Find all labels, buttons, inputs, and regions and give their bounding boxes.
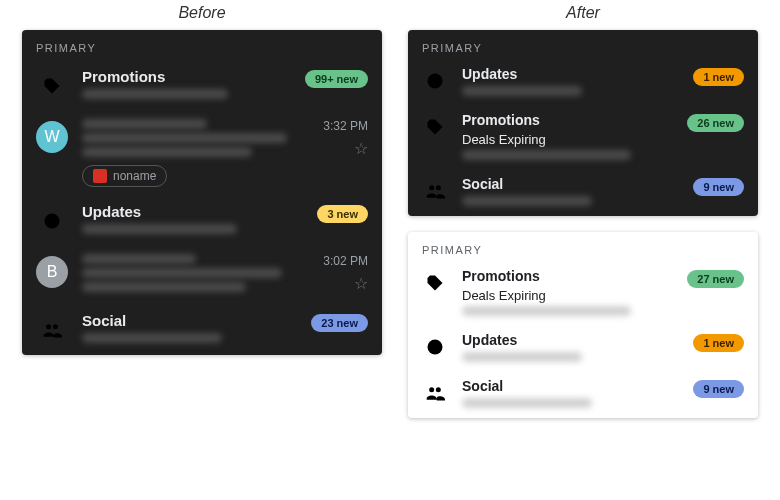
redacted-sender [82, 254, 196, 264]
redacted-text [462, 196, 592, 206]
category-title: Promotions [82, 68, 291, 85]
redacted-text [82, 333, 222, 343]
info-icon [422, 334, 448, 360]
redacted-text [82, 89, 228, 99]
email-row[interactable]: B 3:02 PM ☆ [22, 246, 382, 304]
category-row-updates[interactable]: Updates 3 new [22, 195, 382, 246]
image-icon [93, 169, 107, 183]
tag-icon [422, 270, 448, 296]
people-icon [422, 178, 448, 204]
star-icon[interactable]: ☆ [354, 274, 368, 293]
new-count-badge: 1 new [693, 68, 744, 86]
redacted-snippet [82, 147, 252, 157]
redacted-text [462, 398, 592, 408]
after-label: After [408, 4, 758, 22]
category-row-promotions[interactable]: Promotions Deals Expiring 27 new [408, 262, 758, 326]
attachment-chip[interactable]: noname [82, 165, 167, 187]
redacted-sender [82, 119, 207, 129]
email-time: 3:32 PM [323, 119, 368, 133]
people-icon [36, 314, 68, 346]
redacted-text [462, 86, 582, 96]
sender-avatar: B [36, 256, 68, 288]
new-count-badge: 1 new [693, 334, 744, 352]
sender-avatar: W [36, 121, 68, 153]
tag-icon [422, 114, 448, 140]
category-subtitle: Deals Expiring [462, 288, 673, 303]
category-title: Updates [462, 332, 679, 348]
category-row-social[interactable]: Social 9 new [408, 372, 758, 418]
category-row-promotions[interactable]: Promotions Deals Expiring 26 new [408, 106, 758, 170]
redacted-text [462, 352, 582, 362]
category-row-social[interactable]: Social 23 new [22, 304, 382, 355]
section-label-primary: PRIMARY [408, 232, 758, 262]
new-count-badge: 99+ new [305, 70, 368, 88]
people-icon [422, 380, 448, 406]
email-row[interactable]: W noname 3:32 PM ☆ [22, 111, 382, 195]
redacted-text [462, 306, 631, 316]
new-count-badge: 3 new [317, 205, 368, 223]
star-icon[interactable]: ☆ [354, 139, 368, 158]
category-title: Social [82, 312, 297, 329]
category-row-updates[interactable]: Updates 1 new [408, 60, 758, 106]
email-time: 3:02 PM [323, 254, 368, 268]
before-label: Before [22, 4, 382, 22]
attachment-name: noname [113, 169, 156, 183]
after-light-panel: PRIMARY Promotions Deals Expiring 27 new… [408, 232, 758, 418]
before-panel: PRIMARY Promotions 99+ new W [22, 30, 382, 355]
category-title: Updates [462, 66, 679, 82]
redacted-text [462, 150, 631, 160]
new-count-badge: 26 new [687, 114, 744, 132]
new-count-badge: 27 new [687, 270, 744, 288]
after-dark-panel: PRIMARY Updates 1 new Promotions Deals E… [408, 30, 758, 216]
category-subtitle: Deals Expiring [462, 132, 673, 147]
category-row-social[interactable]: Social 9 new [408, 170, 758, 216]
redacted-snippet [82, 282, 246, 292]
redacted-text [82, 224, 237, 234]
info-icon [422, 68, 448, 94]
category-title: Promotions [462, 268, 673, 284]
section-label-primary: PRIMARY [408, 30, 758, 60]
new-count-badge: 9 new [693, 178, 744, 196]
category-title: Social [462, 176, 679, 192]
new-count-badge: 9 new [693, 380, 744, 398]
section-label-primary: PRIMARY [22, 30, 382, 60]
tag-icon [36, 70, 68, 102]
redacted-subject [82, 133, 287, 143]
category-row-updates[interactable]: Updates 1 new [408, 326, 758, 372]
category-title: Social [462, 378, 679, 394]
redacted-subject [82, 268, 282, 278]
new-count-badge: 23 new [311, 314, 368, 332]
category-title: Promotions [462, 112, 673, 128]
category-row-promotions[interactable]: Promotions 99+ new [22, 60, 382, 111]
info-icon [36, 205, 68, 237]
category-title: Updates [82, 203, 303, 220]
